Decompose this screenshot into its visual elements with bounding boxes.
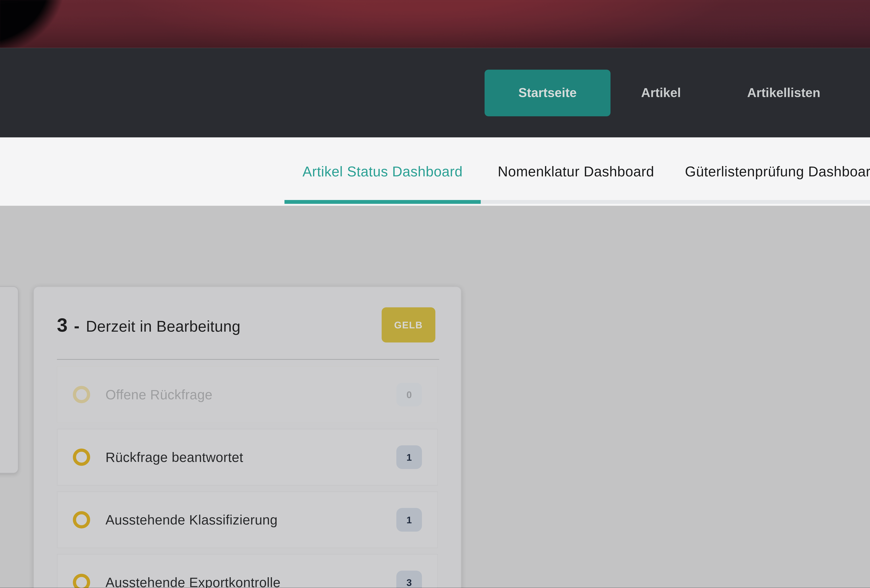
dashboard-tabs: Artikel Status Dashboard Nomenklatur Das…	[285, 137, 870, 206]
count-badge: 1	[396, 445, 422, 469]
status-row-label: Rückfrage beantwortet	[106, 450, 396, 465]
count-badge: 1	[396, 508, 422, 531]
status-card-gelb: 3 - Derzeit in Bearbeitung GELB Offene R…	[33, 286, 462, 588]
status-row-ausstehende-exportkontrolle[interactable]: Ausstehende Exportkontrolle 3	[57, 554, 438, 588]
tab-nomenklatur-dashboard[interactable]: Nomenklatur Dashboard	[481, 137, 671, 206]
status-row-ausstehende-klassifizierung[interactable]: Ausstehende Klassifizierung 1	[57, 491, 438, 548]
screen: Startseite Artikel Artikellisten Artikel…	[0, 0, 870, 588]
dashboard-content: 3 - Derzeit in Bearbeitung GELB Offene R…	[0, 206, 870, 588]
status-row-label: Ausstehende Klassifizierung	[106, 512, 396, 527]
nav-item-startseite[interactable]: Startseite	[484, 69, 611, 116]
status-row-offene-ruckfrage[interactable]: Offene Rückfrage 0	[57, 366, 438, 423]
tab-guterlistenprufung-dashboard[interactable]: Güterlistenprüfung Dashboard	[671, 137, 870, 206]
browser-app-window: Startseite Artikel Artikellisten Artikel…	[0, 48, 870, 588]
partial-card-left	[0, 286, 19, 473]
count-badge: 0	[396, 383, 422, 406]
status-card-title: 3 - Derzeit in Bearbeitung	[57, 314, 381, 336]
status-circle-icon	[73, 511, 90, 528]
top-navigation-bar: Startseite Artikel Artikellisten	[0, 48, 870, 137]
status-badge-gelb: GELB	[381, 307, 435, 342]
title-dash: -	[74, 316, 79, 336]
primary-nav: Startseite Artikel Artikellisten	[484, 48, 870, 137]
active-tab-underline	[285, 200, 481, 204]
status-row-list: Offene Rückfrage 0 Rückfrage beantwortet…	[34, 360, 461, 588]
status-row-ruckfrage-beantwortet[interactable]: Rückfrage beantwortet 1	[57, 429, 438, 485]
status-count: 3	[57, 314, 67, 336]
status-circle-icon	[73, 448, 90, 466]
status-circle-icon	[73, 386, 90, 403]
dashboard-tabbar: Artikel Status Dashboard Nomenklatur Das…	[0, 137, 870, 206]
status-circle-icon	[73, 574, 90, 588]
title-text: Derzeit in Bearbeitung	[86, 317, 241, 335]
status-row-label: Ausstehende Exportkontrolle	[106, 575, 396, 588]
nav-item-artikellisten[interactable]: Artikellisten	[740, 86, 827, 99]
status-row-label: Offene Rückfrage	[106, 387, 396, 402]
count-badge: 3	[396, 571, 422, 588]
status-card-header: 3 - Derzeit in Bearbeitung GELB	[34, 287, 461, 342]
tab-artikel-status-dashboard[interactable]: Artikel Status Dashboard	[285, 137, 481, 206]
nav-item-artikel[interactable]: Artikel	[637, 86, 685, 99]
